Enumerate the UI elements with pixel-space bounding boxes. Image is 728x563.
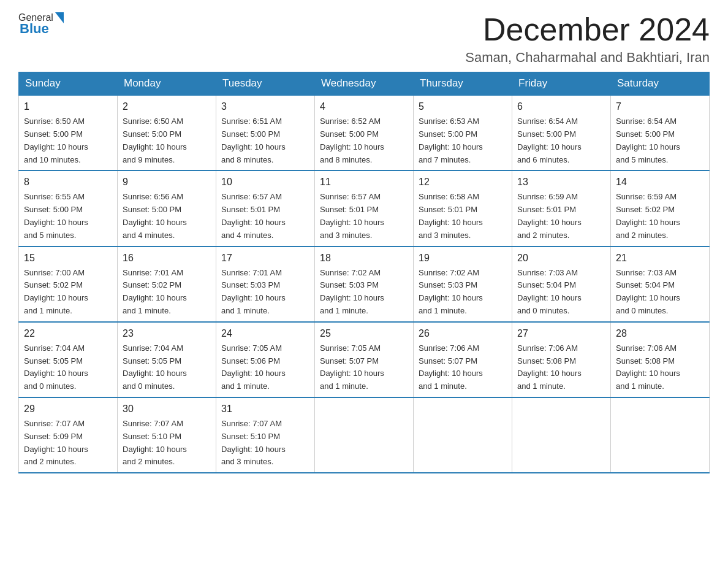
calendar-cell: 19Sunrise: 7:02 AMSunset: 5:03 PMDayligh… bbox=[414, 247, 512, 322]
logo-arrow-icon bbox=[55, 12, 64, 23]
day-header-wednesday: Wednesday bbox=[315, 72, 414, 96]
calendar-cell: 4Sunrise: 6:52 AMSunset: 5:00 PMDaylight… bbox=[315, 95, 414, 170]
day-info: Sunrise: 7:07 AMSunset: 5:10 PMDaylight:… bbox=[221, 419, 286, 466]
page-header: General Blue December 2024 Saman, Chahar… bbox=[18, 12, 710, 66]
day-number: 28 bbox=[616, 326, 704, 341]
calendar-cell: 25Sunrise: 7:05 AMSunset: 5:07 PMDayligh… bbox=[315, 322, 414, 397]
calendar-cell: 2Sunrise: 6:50 AMSunset: 5:00 PMDaylight… bbox=[118, 95, 216, 170]
logo-blue-text: Blue bbox=[20, 21, 49, 37]
day-number: 16 bbox=[123, 251, 211, 266]
calendar-week-row: 22Sunrise: 7:04 AMSunset: 5:05 PMDayligh… bbox=[19, 322, 710, 397]
calendar-cell bbox=[512, 397, 611, 473]
day-info: Sunrise: 7:00 AMSunset: 5:02 PMDaylight:… bbox=[24, 268, 88, 315]
calendar-cell bbox=[414, 397, 512, 473]
day-number: 6 bbox=[517, 99, 605, 114]
day-header-sunday: Sunday bbox=[19, 72, 118, 96]
day-header-tuesday: Tuesday bbox=[216, 72, 315, 96]
calendar-cell: 6Sunrise: 6:54 AMSunset: 5:00 PMDaylight… bbox=[512, 95, 611, 170]
day-number: 23 bbox=[123, 326, 211, 341]
day-number: 1 bbox=[24, 99, 112, 114]
day-info: Sunrise: 7:07 AMSunset: 5:09 PMDaylight:… bbox=[24, 419, 88, 466]
calendar-cell: 20Sunrise: 7:03 AMSunset: 5:04 PMDayligh… bbox=[512, 247, 611, 322]
calendar-cell bbox=[315, 397, 414, 473]
day-number: 8 bbox=[24, 175, 112, 190]
day-info: Sunrise: 6:53 AMSunset: 5:00 PMDaylight:… bbox=[419, 117, 483, 164]
day-number: 3 bbox=[221, 99, 309, 114]
day-info: Sunrise: 7:03 AMSunset: 5:04 PMDaylight:… bbox=[517, 268, 582, 315]
calendar-week-row: 29Sunrise: 7:07 AMSunset: 5:09 PMDayligh… bbox=[19, 397, 710, 473]
day-info: Sunrise: 6:56 AMSunset: 5:00 PMDaylight:… bbox=[123, 192, 187, 239]
day-info: Sunrise: 6:58 AMSunset: 5:01 PMDaylight:… bbox=[419, 192, 483, 239]
day-number: 13 bbox=[517, 175, 605, 190]
day-info: Sunrise: 7:04 AMSunset: 5:05 PMDaylight:… bbox=[123, 343, 187, 391]
day-number: 31 bbox=[221, 402, 309, 416]
day-number: 26 bbox=[419, 326, 507, 341]
day-number: 27 bbox=[517, 326, 605, 341]
day-info: Sunrise: 6:54 AMSunset: 5:00 PMDaylight:… bbox=[517, 117, 582, 164]
calendar-cell: 31Sunrise: 7:07 AMSunset: 5:10 PMDayligh… bbox=[216, 397, 315, 473]
calendar-week-row: 1Sunrise: 6:50 AMSunset: 5:00 PMDaylight… bbox=[19, 95, 710, 170]
day-number: 9 bbox=[123, 175, 211, 190]
day-info: Sunrise: 7:07 AMSunset: 5:10 PMDaylight:… bbox=[123, 419, 187, 466]
day-number: 7 bbox=[616, 99, 704, 114]
day-info: Sunrise: 6:54 AMSunset: 5:00 PMDaylight:… bbox=[616, 117, 680, 164]
day-info: Sunrise: 6:59 AMSunset: 5:01 PMDaylight:… bbox=[517, 192, 582, 239]
calendar-cell: 23Sunrise: 7:04 AMSunset: 5:05 PMDayligh… bbox=[118, 322, 216, 397]
day-number: 21 bbox=[616, 251, 704, 266]
calendar-cell: 12Sunrise: 6:58 AMSunset: 5:01 PMDayligh… bbox=[414, 170, 512, 246]
calendar-cell: 7Sunrise: 6:54 AMSunset: 5:00 PMDaylight… bbox=[611, 95, 710, 170]
calendar-cell: 15Sunrise: 7:00 AMSunset: 5:02 PMDayligh… bbox=[19, 247, 118, 322]
day-info: Sunrise: 6:50 AMSunset: 5:00 PMDaylight:… bbox=[123, 117, 187, 164]
calendar-cell: 3Sunrise: 6:51 AMSunset: 5:00 PMDaylight… bbox=[216, 95, 315, 170]
day-info: Sunrise: 6:55 AMSunset: 5:00 PMDaylight:… bbox=[24, 192, 88, 239]
calendar-cell: 16Sunrise: 7:01 AMSunset: 5:02 PMDayligh… bbox=[118, 247, 216, 322]
day-number: 18 bbox=[320, 251, 408, 266]
calendar-table: SundayMondayTuesdayWednesdayThursdayFrid… bbox=[18, 72, 710, 473]
calendar-cell: 28Sunrise: 7:06 AMSunset: 5:08 PMDayligh… bbox=[611, 322, 710, 397]
day-info: Sunrise: 6:57 AMSunset: 5:01 PMDaylight:… bbox=[320, 192, 384, 239]
title-section: December 2024 Saman, Chaharmahal and Bak… bbox=[465, 12, 710, 66]
day-header-monday: Monday bbox=[118, 72, 216, 96]
calendar-cell: 26Sunrise: 7:06 AMSunset: 5:07 PMDayligh… bbox=[414, 322, 512, 397]
calendar-cell: 30Sunrise: 7:07 AMSunset: 5:10 PMDayligh… bbox=[118, 397, 216, 473]
day-info: Sunrise: 6:51 AMSunset: 5:00 PMDaylight:… bbox=[221, 117, 286, 164]
calendar-cell: 22Sunrise: 7:04 AMSunset: 5:05 PMDayligh… bbox=[19, 322, 118, 397]
day-number: 10 bbox=[221, 175, 309, 190]
calendar-cell: 17Sunrise: 7:01 AMSunset: 5:03 PMDayligh… bbox=[216, 247, 315, 322]
day-number: 19 bbox=[419, 251, 507, 266]
calendar-week-row: 8Sunrise: 6:55 AMSunset: 5:00 PMDaylight… bbox=[19, 170, 710, 246]
calendar-cell: 27Sunrise: 7:06 AMSunset: 5:08 PMDayligh… bbox=[512, 322, 611, 397]
day-number: 20 bbox=[517, 251, 605, 266]
location-subtitle: Saman, Chaharmahal and Bakhtiari, Iran bbox=[465, 50, 710, 66]
calendar-cell: 5Sunrise: 6:53 AMSunset: 5:00 PMDaylight… bbox=[414, 95, 512, 170]
day-info: Sunrise: 7:06 AMSunset: 5:07 PMDaylight:… bbox=[419, 343, 483, 391]
calendar-cell: 18Sunrise: 7:02 AMSunset: 5:03 PMDayligh… bbox=[315, 247, 414, 322]
calendar-header-row: SundayMondayTuesdayWednesdayThursdayFrid… bbox=[19, 72, 710, 96]
day-number: 25 bbox=[320, 326, 408, 341]
day-info: Sunrise: 7:04 AMSunset: 5:05 PMDaylight:… bbox=[24, 343, 88, 391]
calendar-cell: 29Sunrise: 7:07 AMSunset: 5:09 PMDayligh… bbox=[19, 397, 118, 473]
day-number: 22 bbox=[24, 326, 112, 341]
day-info: Sunrise: 7:05 AMSunset: 5:07 PMDaylight:… bbox=[320, 343, 384, 391]
day-number: 29 bbox=[24, 402, 112, 416]
day-number: 4 bbox=[320, 99, 408, 114]
day-info: Sunrise: 7:02 AMSunset: 5:03 PMDaylight:… bbox=[320, 268, 384, 315]
day-info: Sunrise: 6:50 AMSunset: 5:00 PMDaylight:… bbox=[24, 117, 88, 164]
day-number: 24 bbox=[221, 326, 309, 341]
calendar-cell bbox=[611, 397, 710, 473]
calendar-cell: 10Sunrise: 6:57 AMSunset: 5:01 PMDayligh… bbox=[216, 170, 315, 246]
day-number: 30 bbox=[123, 402, 211, 416]
day-header-saturday: Saturday bbox=[611, 72, 710, 96]
day-info: Sunrise: 7:01 AMSunset: 5:02 PMDaylight:… bbox=[123, 268, 187, 315]
calendar-cell: 9Sunrise: 6:56 AMSunset: 5:00 PMDaylight… bbox=[118, 170, 216, 246]
day-info: Sunrise: 6:57 AMSunset: 5:01 PMDaylight:… bbox=[221, 192, 286, 239]
day-info: Sunrise: 7:02 AMSunset: 5:03 PMDaylight:… bbox=[419, 268, 483, 315]
calendar-cell: 13Sunrise: 6:59 AMSunset: 5:01 PMDayligh… bbox=[512, 170, 611, 246]
day-number: 14 bbox=[616, 175, 704, 190]
day-info: Sunrise: 6:52 AMSunset: 5:00 PMDaylight:… bbox=[320, 117, 384, 164]
day-info: Sunrise: 7:03 AMSunset: 5:04 PMDaylight:… bbox=[616, 268, 680, 315]
calendar-cell: 8Sunrise: 6:55 AMSunset: 5:00 PMDaylight… bbox=[19, 170, 118, 246]
day-header-thursday: Thursday bbox=[414, 72, 512, 96]
day-info: Sunrise: 6:59 AMSunset: 5:02 PMDaylight:… bbox=[616, 192, 680, 239]
day-number: 12 bbox=[419, 175, 507, 190]
